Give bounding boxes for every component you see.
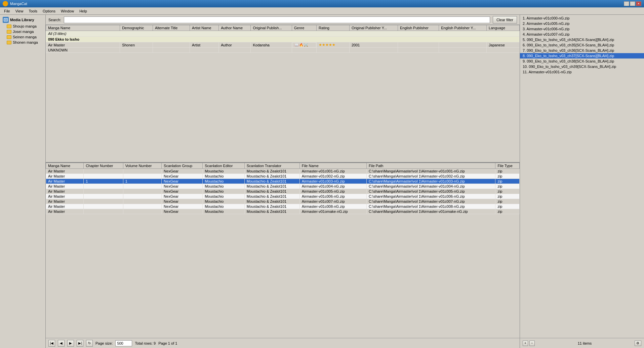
right-panel-item[interactable]: 4. Airmaster-v01c007-nG.zip xyxy=(520,32,644,37)
right-panel-item[interactable]: 6. 090_Eko_to_Issho_v03_ch35[SCX-Scans_B… xyxy=(520,42,644,48)
menu-tools[interactable]: Tools xyxy=(26,8,40,14)
table-row[interactable]: Air Master11NexGearMoustachioMoustachio … xyxy=(46,179,520,184)
col-ch-manga-name[interactable]: Manga Name xyxy=(46,163,84,169)
table-cell: Airmaster-v01omake-nG.zip xyxy=(299,209,366,214)
table-cell: zip xyxy=(495,204,520,209)
col-chapter-number[interactable]: Chapter Number xyxy=(84,163,123,169)
table-row[interactable]: Air Master Shonen Artist Author Kodansha… xyxy=(46,42,520,48)
search-input[interactable] xyxy=(64,16,490,23)
right-panel-item[interactable]: 11. Airmaster-v01c001-nG.zip xyxy=(520,69,644,75)
table-row[interactable]: UNKNOWN xyxy=(46,48,520,53)
col-artist-name[interactable]: Artist Name xyxy=(190,25,219,31)
folder-icon-shonen xyxy=(7,41,11,44)
right-panel-item[interactable]: 3. Airmaster-v01c006-nG.zip xyxy=(520,26,644,32)
table-cell: Air Master xyxy=(46,184,84,189)
group-row-ekko[interactable]: 090 Ekko to Issho xyxy=(46,37,520,42)
manga-table-container[interactable]: Manga Name Demographic Alternate Title A… xyxy=(46,25,520,162)
table-cell: C:\share\Manga\Airmaster\vol 1\Airmaster… xyxy=(367,174,495,179)
first-page-button[interactable]: |◀ xyxy=(48,340,55,347)
col-file-path[interactable]: File Path xyxy=(367,163,495,169)
table-cell: Airmaster-v01c005-nG.zip xyxy=(299,189,366,194)
table-row[interactable]: Air MasterNexGearMoustachioMoustachio & … xyxy=(46,194,520,199)
close-button[interactable]: ✕ xyxy=(636,1,641,6)
sidebar-item-josei[interactable]: Josei manga xyxy=(0,29,45,34)
table-cell xyxy=(84,204,123,209)
cell-rating: ★★★★★ xyxy=(317,42,350,48)
minimize-button[interactable]: _ xyxy=(624,1,629,6)
sidebar-item-shoujo[interactable]: Shoujo manga xyxy=(0,24,45,29)
cell-orig-year: 2001 xyxy=(349,42,398,48)
cell-alt-title xyxy=(153,42,190,48)
table-cell: 1 xyxy=(123,179,161,184)
menu-file[interactable]: File xyxy=(1,8,13,14)
sidebar-header-label: Media Library xyxy=(10,18,34,22)
col-demographic[interactable]: Demographic xyxy=(120,25,153,31)
table-row[interactable]: Air MasterNexGearMoustachioMoustachio & … xyxy=(46,199,520,204)
col-volume-number[interactable]: Volume Number xyxy=(123,163,161,169)
col-author-name[interactable]: Author Name xyxy=(219,25,251,31)
table-row[interactable]: Air MasterNexGearMoustachioMoustachio & … xyxy=(46,184,520,189)
cell-demographic: Shonen xyxy=(120,42,153,48)
table-cell: Moustachio & Zealot101 xyxy=(244,179,299,184)
right-panel-item[interactable]: 9. 090_Eko_to_Issho_v03_ch38[SCX-Scans_B… xyxy=(520,59,644,64)
prev-page-button[interactable]: ◀ xyxy=(58,340,65,347)
table-cell: Air Master xyxy=(46,209,84,214)
menu-bar: File View Tools Options Window Help xyxy=(0,7,644,15)
col-genre[interactable]: Genre xyxy=(292,25,316,31)
table-cell: C:\share\Manga\Airmaster\vol 1\Airmaster… xyxy=(367,189,495,194)
cell-eng-year xyxy=(439,42,487,48)
col-original-publisher[interactable]: Original Publish... xyxy=(251,25,292,31)
add-panel-button[interactable]: + xyxy=(523,341,528,346)
table-cell: Moustachio xyxy=(203,179,245,184)
refresh-button[interactable]: ↻ xyxy=(86,340,93,347)
right-panel-list[interactable]: 1. Airmaster-v01c000-nG.zip2. Airmaster-… xyxy=(520,15,644,338)
last-page-button[interactable]: ▶| xyxy=(77,340,83,347)
book-icon: 📖 xyxy=(294,43,298,47)
col-alternate-title[interactable]: Alternate Title xyxy=(153,25,190,31)
col-orig-pub-year[interactable]: Original Publisher Y... xyxy=(349,25,398,31)
table-row[interactable]: Air MasterNexGearMoustachioMoustachio & … xyxy=(46,189,520,194)
cell-unknown-demographic xyxy=(120,48,153,53)
table-row[interactable]: Air MasterNexGearMoustachioMoustachio & … xyxy=(46,174,520,179)
right-panel-item[interactable]: 7. 090_Eko_to_Issho_v03_ch36[SCX-Scans_B… xyxy=(520,48,644,53)
col-english-publisher[interactable]: English Publisher xyxy=(398,25,439,31)
col-english-pub-year[interactable]: English Publisher Y... xyxy=(439,25,487,31)
right-panel-item[interactable]: 8. 090_Eko_to_Issho_v03_ch37[SCX-Scans][… xyxy=(520,53,644,59)
table-cell xyxy=(123,209,161,214)
col-rating[interactable]: Rating xyxy=(317,25,350,31)
table-cell: Airmaster-v01c007-nG.zip xyxy=(299,199,366,204)
menu-help[interactable]: Help xyxy=(77,8,90,14)
sidebar-header[interactable]: Media Library xyxy=(0,16,45,24)
remove-panel-button[interactable]: − xyxy=(529,341,535,346)
col-manga-name[interactable]: Manga Name xyxy=(46,25,120,31)
panel-settings-button[interactable]: ⚙ xyxy=(635,341,641,346)
menu-window[interactable]: Window xyxy=(58,8,77,14)
col-scanlation-group[interactable]: Scanlation Group xyxy=(162,163,203,169)
menu-view[interactable]: View xyxy=(13,8,26,14)
col-scanlation-translator[interactable]: Scanlation Translator xyxy=(244,163,299,169)
col-language[interactable]: Language xyxy=(487,25,520,31)
menu-options[interactable]: Options xyxy=(40,8,58,14)
page-size-input[interactable] xyxy=(115,340,132,346)
maximize-button[interactable]: □ xyxy=(630,1,635,6)
table-row[interactable]: Air MasterNexGearMoustachioMoustachio & … xyxy=(46,169,520,174)
table-row[interactable]: Air MasterNexGearMoustachioMoustachio & … xyxy=(46,209,520,214)
right-panel-item[interactable]: 2. Airmaster-v01c005-nG.zip xyxy=(520,21,644,26)
sidebar-item-shonen[interactable]: Shonen manga xyxy=(0,40,45,45)
next-page-button[interactable]: ▶ xyxy=(67,340,74,347)
col-file-name[interactable]: File Name xyxy=(299,163,366,169)
right-panel-item[interactable]: 5. 090_Eko_to_Issho_v03_ch34[SCX-Scans][… xyxy=(520,37,644,42)
right-panel-item[interactable]: 10. 090_Eko_to_Issho_v03_ch39[SCX-Scans_… xyxy=(520,64,644,69)
page-number-label: Page 1 of 1 xyxy=(158,341,177,345)
table-cell: 1 xyxy=(84,179,123,184)
clear-filter-button[interactable]: Clear filter xyxy=(493,16,517,24)
table-cell: C:\share\Manga\Airmaster\vol 1\Airmaster… xyxy=(367,179,495,184)
cell-unknown-rating xyxy=(317,48,350,53)
right-panel-item[interactable]: 1. Airmaster-v01c000-nG.zip xyxy=(520,15,644,21)
media-library-icon xyxy=(3,17,9,23)
sidebar-item-seinen[interactable]: Seinen manga xyxy=(0,34,45,40)
chapter-table-container[interactable]: Manga Name Chapter Number Volume Number … xyxy=(46,163,520,338)
col-file-type[interactable]: File Type xyxy=(495,163,520,169)
col-scanlation-editor[interactable]: Scanlation Editor xyxy=(203,163,245,169)
table-row[interactable]: Air MasterNexGearMoustachioMoustachio & … xyxy=(46,204,520,209)
